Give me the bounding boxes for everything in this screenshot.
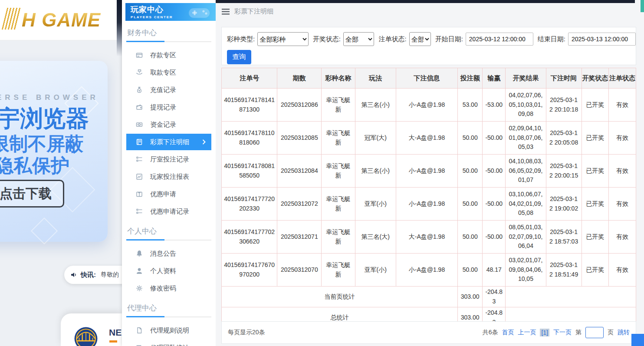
table-cell: 20250312072 [277,188,322,221]
gamepad-icon [187,5,211,21]
sidebar-item-label: 存款专区 [150,51,176,59]
column-header: 注单号 [222,68,277,89]
jump-button[interactable]: 跳转 [618,329,630,336]
section-divider [126,316,211,317]
table-cell: 04,10,08,03,06,05,02,09,01,07 [506,155,546,188]
sidebar-item-recharge-records[interactable]: 充值记录 [126,81,211,99]
menu-toggle-icon[interactable] [222,9,230,15]
end-date-input[interactable] [568,33,636,46]
summary-winloss-total: -204.83 [483,287,506,307]
table-row: 40156917417772020233020250312072幸运飞艇新亚军(… [222,188,636,221]
summary-bet-total: 303.00 [458,287,483,307]
table-cell: 2025-03-12 18:51:49 [546,254,582,287]
team-logo-icon [73,326,99,346]
sidebar-item-label: 个人资料 [150,267,176,275]
first-page-link[interactable]: 首页 [502,329,514,336]
order-status-select[interactable]: 全部 [409,32,431,46]
table-cell: 401569174178141871300 [222,89,277,122]
sidebar-item-promo-apply-records[interactable]: 优惠申请记录 [126,203,211,220]
table-cell: 大-A盘@1.98 [396,122,457,155]
table-cell: 已开奖 [582,188,608,221]
column-header: 投注额 [458,68,483,89]
news-ticker[interactable]: 快讯: 尊敬的 [64,266,128,284]
sidebar-item-deposit-zone[interactable]: 存款专区 [126,46,211,64]
table-row: 40156917417770230662020250312071幸运飞艇新第三名… [222,221,636,254]
ledger-icon [136,138,143,145]
table-cell: 401569174178081585050 [222,155,277,188]
site-logo[interactable]: H GAME [4,8,101,30]
table-cell: 已开奖 [582,89,608,122]
sidebar-item-label: 玩家投注报表 [150,173,189,181]
table-cell: 03,02,01,07,09,08,04,06,10,05 [506,254,546,287]
table-row: 40156917417808158505020250312084幸运飞艇新第三名… [222,155,636,188]
table-cell: -50.00 [483,188,506,221]
table-cell: 第三名(小) [355,89,396,122]
table-cell: 幸运飞艇新 [322,254,355,287]
sidebar-item-agent-rules[interactable]: 代理规则说明 [126,322,211,339]
start-date-input[interactable] [466,33,533,46]
chart-report-icon [136,173,143,180]
section-divider [126,41,211,42]
sidebar-item-label: 消息公告 [150,250,176,258]
column-header: 下注信息 [396,68,457,89]
table-cell: 50.00 [458,188,483,221]
chevron-right-icon [202,139,206,145]
pagination: 共6条 首页 上一页 [1] 下一页 第 页 跳转 [483,327,630,338]
floating-widget-bottom[interactable] [631,334,644,346]
table-cell: 48.17 [483,254,506,287]
sidebar-item-label: 优惠申请 [150,190,176,198]
table-cell: 04,02,07,06,05,10,03,01,09,08 [506,89,546,122]
table-cell: 20250312071 [277,221,322,254]
table-cell: 已开奖 [582,221,608,254]
sidebar-item-withdraw-zone[interactable]: 取款专区 [126,64,211,81]
table-cell: 已开奖 [582,155,608,188]
download-button[interactable]: 点击下载 [0,180,64,208]
next-page-link[interactable]: 下一页 [553,329,572,336]
sidebar-section-title: 代理中心 [127,303,210,313]
sidebar-item-profile[interactable]: 个人资料 [126,262,211,280]
end-date-label: 结束日期: [538,35,565,43]
draw-status-label: 开奖状态: [313,35,341,43]
banknote-icon [136,121,143,128]
sidebar-item-agent-team-stats[interactable]: 代理团队统计 [126,339,211,346]
table-cell: 53.00 [458,89,483,122]
screen: H GAME ERSE BROWSER 宇浏览器 限制不屏蔽 隐私保护 点击下载… [0,0,644,346]
table-cell: -50.00 [483,155,506,188]
hand-money-icon [136,69,143,76]
table-cell: -50.00 [483,221,506,254]
sidebar-item-withdraw-records[interactable]: 提现记录 [126,99,211,116]
list-icon [136,156,143,163]
prev-page-link[interactable]: 上一页 [518,329,536,336]
sidebar-item-promo-apply[interactable]: 优惠申请 [126,185,211,203]
table-cell: 幸运飞艇新 [322,188,355,221]
table-cell: 02,09,04,10,01,08,07,06,05,03 [506,122,546,155]
sidebar-item-label: 提现记录 [150,103,176,112]
sidebar-item-hall-bet-records[interactable]: 厅室投注记录 [126,151,211,168]
table-cell: 03,10,06,07,04,02,01,09,05,08 [506,188,546,221]
floating-widget-top[interactable] [641,0,644,12]
search-button[interactable]: 查询 [227,50,251,64]
order-status-label: 注单状态: [378,35,406,43]
table-cell: 小-A盘@1.98 [396,89,457,122]
draw-status-select[interactable]: 全部 [343,32,375,46]
table-footer: 每页显示20条 共6条 首页 上一页 [1] 下一页 第 页 跳转 [221,321,636,344]
sidebar-item-label: 充值记录 [150,86,176,94]
main-content: 彩票下注明细 彩种类型: 全部彩种 开奖状态: 全部 注单状态: 全部 开始日期… [216,0,644,346]
sidebar-item-change-password[interactable]: 修改密码 [126,280,211,297]
column-header: 下注时间 [546,68,582,89]
lottery-type-select[interactable]: 全部彩种 [257,32,308,46]
page-jump-input[interactable] [585,327,604,338]
table-cell: -50.00 [483,122,506,155]
sidebar-item-funds-records[interactable]: 资金记录 [126,116,211,133]
sidebar-item-announcements[interactable]: 消息公告 [126,245,211,262]
table-cell: 20250312085 [277,122,322,155]
sidebar-item-lottery-bet-details[interactable]: 彩票下注明细 [126,134,211,150]
sidebar-item-player-bet-report[interactable]: 玩家投注报表 [126,168,211,185]
table-cell: 第三名(小) [355,155,396,188]
current-page: [1] [540,329,549,336]
page-header: 彩票下注明细 [222,7,273,16]
table-cell: 401569174177720202330 [222,188,277,221]
column-header: 输赢 [483,68,506,89]
column-header: 彩种名称 [322,68,355,89]
table-cell: 小-A盘@1.98 [396,254,457,287]
